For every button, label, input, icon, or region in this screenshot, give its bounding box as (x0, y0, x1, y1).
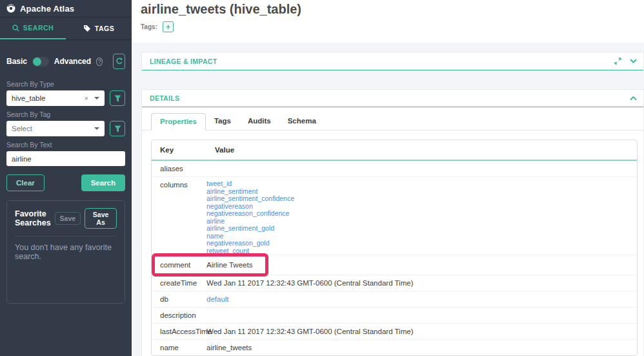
chevron-up-icon[interactable] (630, 96, 637, 101)
funnel-icon (114, 125, 121, 132)
apache-atlas-app: Apache Atlas SEARCH TAGS Basic Advanced (0, 0, 644, 356)
favorite-searches-title: Favorite Searches (15, 209, 51, 227)
advanced-label: Advanced (54, 57, 91, 66)
table-row-lastAccessTime: lastAccessTimeWed Jan 11 2017 12:32:43 G… (152, 323, 637, 339)
column-link[interactable]: airline_sentiment_confidence (206, 195, 637, 203)
favorites-empty-message: You don't have any favorite search. (15, 236, 117, 261)
value-column-header: Value (206, 140, 234, 160)
chevron-down-icon (94, 97, 99, 99)
search-by-tag-label: Search By Tag (6, 110, 125, 118)
row-key: description (152, 308, 206, 323)
expand-icon[interactable] (614, 58, 621, 65)
details-title: DETAILS (150, 94, 630, 102)
tab-tags[interactable]: Tags (206, 113, 239, 131)
column-link[interactable]: airline_sentiment_gold (206, 225, 637, 233)
row-value: Airline Tweets (206, 257, 637, 273)
search-by-type-select[interactable]: hive_table × (6, 90, 105, 106)
details-section: DETAILS PropertiesTagsAuditsSchema Key V… (141, 89, 644, 356)
brand: Apache Atlas (0, 0, 132, 17)
sidebar: Apache Atlas SEARCH TAGS Basic Advanced (0, 0, 132, 356)
tag-placeholder: Select (12, 125, 94, 132)
details-tabbar: PropertiesTagsAuditsSchema (142, 107, 643, 131)
main-content: airline_tweets (hive_table) Tags: + LINE… (132, 0, 644, 356)
basic-advanced-toggle[interactable] (32, 57, 49, 67)
help-icon[interactable]: ? (96, 58, 103, 66)
tag-icon (83, 25, 91, 32)
sidebar-tab-label: SEARCH (23, 24, 54, 32)
column-link[interactable]: name (206, 233, 637, 240)
column-link[interactable]: tweet_id (206, 180, 637, 188)
row-value: airline_tweets (206, 340, 637, 355)
table-row-createTime: createTimeWed Jan 11 2017 12:32:43 GMT-0… (152, 275, 637, 291)
chevron-down-icon[interactable] (630, 59, 637, 63)
sidebar-tab-search[interactable]: SEARCH (0, 17, 66, 39)
key-column-header: Key (152, 140, 206, 160)
refresh-button[interactable] (113, 54, 125, 69)
save-button[interactable]: Save (55, 212, 81, 225)
sidebar-tabs: SEARCH TAGS (0, 17, 132, 40)
details-header[interactable]: DETAILS (142, 90, 643, 107)
search-by-tag-select[interactable]: Select (6, 121, 105, 136)
table-row-columns: columnstweet_idairline_sentimentairline_… (152, 176, 637, 255)
row-value: Wed Jan 11 2017 12:32:43 GMT-0600 (Centr… (206, 275, 637, 291)
table-row-name: nameairline_tweets (152, 339, 637, 355)
toggle-knob (33, 58, 41, 66)
selected-type-value: hive_table (12, 94, 85, 102)
properties-table: Key Value aliases columnstweet_idairline… (151, 140, 638, 356)
search-text-input[interactable] (6, 151, 125, 166)
atlas-logo-icon (6, 4, 15, 13)
table-header-row: Key Value (152, 140, 637, 161)
sidebar-tab-label: TAGS (95, 25, 114, 32)
lineage-header[interactable]: LINEAGE & IMPACT (142, 52, 643, 70)
table-row-description: description (152, 307, 637, 323)
chevron-down-icon (94, 127, 99, 130)
tags-label: Tags: (141, 23, 157, 30)
column-link[interactable]: retweet_count (206, 247, 637, 255)
sidebar-tab-tags[interactable]: TAGS (66, 17, 132, 39)
row-value (206, 161, 637, 176)
entity-header: airline_tweets (hive_table) Tags: + (132, 0, 644, 43)
tab-schema[interactable]: Schema (279, 113, 325, 131)
search-by-type-label: Search By Type (6, 80, 125, 88)
row-key: db (152, 291, 206, 307)
table-row-db: dbdefault (152, 291, 637, 307)
tab-audits[interactable]: Audits (239, 113, 279, 131)
row-value (206, 308, 637, 323)
row-value: default (206, 291, 637, 307)
column-link[interactable]: negativereason_gold (206, 240, 637, 247)
refresh-icon (116, 58, 123, 65)
type-filter-button[interactable] (110, 90, 125, 106)
columns-scroll-area[interactable]: tweet_idairline_sentimentairline_sentime… (206, 177, 637, 255)
clear-button[interactable]: Clear (6, 174, 45, 191)
brand-title: Apache Atlas (20, 4, 74, 14)
row-value: Wed Jan 11 2017 12:32:43 GMT-0600 (Centr… (206, 324, 637, 339)
table-row-aliases: aliases (152, 161, 637, 176)
row-key: lastAccessTime (152, 324, 206, 339)
basic-label: Basic (6, 57, 27, 66)
value-link[interactable]: default (206, 295, 229, 303)
lineage-section: LINEAGE & IMPACT (141, 52, 644, 71)
save-as-button[interactable]: Save As (85, 208, 117, 229)
search-button[interactable]: Search (81, 174, 125, 191)
page-title: airline_tweets (hive_table) (141, 2, 644, 17)
row-key: aliases (152, 161, 206, 176)
tag-filter-button[interactable] (110, 121, 125, 136)
lineage-title: LINEAGE & IMPACT (150, 58, 614, 65)
row-key: createTime (152, 275, 206, 291)
column-link[interactable]: negativereason_confidence (206, 210, 637, 218)
row-key: name (152, 340, 206, 355)
tab-properties[interactable]: Properties (151, 113, 206, 131)
search-icon (12, 25, 19, 32)
search-panel: Basic Advanced ? Search By Type hive_tab… (0, 40, 132, 356)
search-by-text-label: Search By Text (6, 141, 125, 149)
row-key: columns (152, 177, 206, 255)
funnel-icon (114, 95, 121, 102)
row-key: comment (152, 257, 206, 273)
clear-type-icon[interactable]: × (85, 94, 88, 102)
add-tag-button[interactable]: + (163, 21, 174, 32)
mode-row: Basic Advanced ? (6, 54, 125, 69)
table-row-comment: commentAirline Tweets (152, 255, 637, 275)
favorite-searches-panel: Favorite Searches Save Save As You don't… (6, 200, 125, 304)
